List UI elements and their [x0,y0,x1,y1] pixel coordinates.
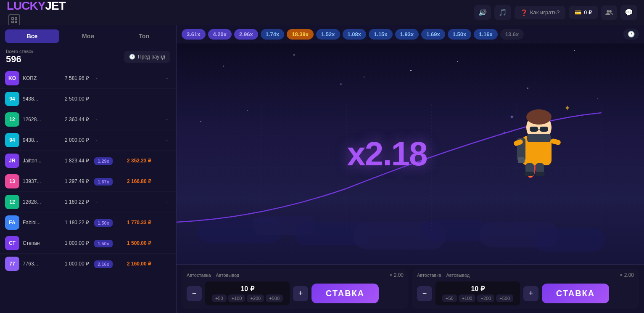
expand-icon[interactable] [8,14,20,26]
bet-dash: - [92,137,101,143]
bet-username: 12628... [23,117,52,122]
clock-icon: 🕐 [129,54,135,60]
history-chip[interactable]: 3.61x [182,29,206,40]
bottom-controls: Автоставка Автовывод × 2.00 − 10 ₽ +50+1… [177,264,644,313]
bet-amount: 1 180.22 ₽ [55,199,89,205]
plus-btn-2[interactable]: + [523,286,538,301]
auto-withdraw-1-label[interactable]: Автовывод [216,273,240,278]
history-chip[interactable]: 1.93x [395,29,419,40]
bet-username: KORZ [23,75,52,81]
bet-row: 777763...1 000.00 ₽2.16x2 160.00 ₽ [0,254,176,274]
bet-amount: 2 360.44 ₽ [55,117,89,122]
music-btn[interactable]: 🎵 [494,5,511,20]
bet-username: 9438... [23,96,52,102]
quick-bet-btn[interactable]: +100 [459,294,476,302]
tab-all[interactable]: Все [5,29,59,43]
minus-btn-1[interactable]: − [187,286,202,301]
bet-row: FAFabiol...1 180.22 ₽1.50x1 770.33 ₽ [0,212,176,233]
header-right: 🔊 🎵 ❓ Как играть? 💳 0 ₽ 💬 [474,5,637,20]
sound-btn[interactable]: 🔊 [474,5,491,20]
svg-point-5 [609,10,612,13]
bet-dash-right: - [163,75,171,81]
bet-username: 12628... [23,199,52,205]
bets-header: Всего ставок: 596 🕐 Пред раунд [0,47,176,68]
bet-winnings: 2 166.80 ₽ [118,178,151,184]
bet-row: 1212628...2 360.44 ₽-- [0,109,176,130]
how-to-play-btn[interactable]: ❓ Как играть? [515,6,565,19]
bet-row: 1212628...1 180.22 ₽-- [0,192,176,212]
bet-amount: 1 000.00 ₽ [55,261,89,267]
balance-btn[interactable]: 💳 0 ₽ [569,6,598,19]
history-chip[interactable]: 1.50x [448,29,472,40]
auto-withdraw-2-label[interactable]: Автовывод [446,273,470,278]
bet-winnings: 2 160.00 ₽ [118,261,151,267]
bet-username: 7763... [23,261,52,267]
avatar: KO [5,71,19,85]
quick-bet-btn[interactable]: +500 [496,294,513,302]
history-chip[interactable]: 1.08x [343,29,367,40]
svg-rect-1 [15,18,17,19]
history-chip[interactable]: 4.20x [208,29,232,40]
history-chip[interactable]: 13.6x [500,29,524,40]
quick-bets-1: +50+100+200+500 [212,294,283,302]
avatar: 77 [5,257,19,271]
avatar: 13 [5,174,19,188]
svg-rect-3 [15,21,17,23]
x-value-2: × 2.00 [620,272,634,278]
amount-value-2: 10 ₽ [442,285,513,293]
bet-amount: 1 297.49 ₽ [55,178,89,184]
bet-dash: - [92,199,101,205]
history-chip[interactable]: 1.69x [421,29,445,40]
plus-btn-1[interactable]: + [293,286,308,301]
bet-panel-2-bottom: − 10 ₽ +50+100+200+500 + СТАВКА [417,281,634,305]
users-icon-btn[interactable] [601,5,617,20]
svg-rect-19 [518,157,525,163]
quick-bet-btn[interactable]: +50 [212,294,227,302]
history-chip[interactable]: 18.39x [287,29,314,40]
svg-rect-27 [550,138,561,146]
quick-bet-btn[interactable]: +100 [228,294,245,302]
auto-stake-1-label[interactable]: Автоставка [187,273,211,278]
total-bets-section: Всего ставок: 596 [6,49,34,65]
history-chip[interactable]: 1.16x [474,29,498,40]
avatar: 12 [5,195,19,209]
main-layout: Все Мои Топ Всего ставок: 596 🕐 Пред рау… [0,25,644,313]
how-to-play-label: Как играть? [530,9,560,16]
bet-username: Степан [23,240,52,246]
bet-amount: 2 000.00 ₽ [55,137,89,143]
prev-round-btn[interactable]: 🕐 Пред раунд [124,51,170,63]
tab-top[interactable]: Топ [117,29,171,43]
stake-btn-2[interactable]: СТАВКА [542,284,609,303]
quick-bet-btn[interactable]: +200 [477,294,494,302]
chat-icon-btn[interactable]: 💬 [620,5,637,20]
game-canvas: x2.18 [177,43,644,264]
history-chip[interactable]: 2.96x [234,29,258,40]
bet-multiplier: 1.50x [92,219,114,226]
bet-multiplier: 1.29x [92,157,114,164]
history-chip[interactable]: 1.52x [316,29,340,40]
amount-value-1: 10 ₽ [212,285,283,293]
svg-point-4 [607,10,609,13]
history-chip[interactable]: 1.74x [261,29,285,40]
bet-row: JRJailton...1 823.44 ₽1.29x2 352.23 ₽ [0,151,176,171]
bet-multiplier: 1.50x [92,239,114,247]
tab-mine[interactable]: Мои [61,29,115,43]
history-bar: 3.61x4.20x2.96x1.74x18.39x1.52x1.08x1.15… [177,25,644,43]
bet-row: 949438...2 500.00 ₽-- [0,89,176,109]
bet-winnings: 1 770.33 ₽ [118,220,151,225]
quick-bet-btn[interactable]: +50 [442,294,457,302]
quick-bet-btn[interactable]: +500 [266,294,283,302]
bet-panel-2-top: Автоставка Автовывод × 2.00 [417,272,634,278]
minus-btn-2[interactable]: − [417,286,432,301]
bets-list: KOKORZ7 581.96 ₽--949438...2 500.00 ₽--1… [0,68,176,313]
auto-stake-2-label[interactable]: Автоставка [417,273,441,278]
svg-rect-25 [527,134,551,142]
history-clock-btn[interactable]: 🕐 [623,29,639,40]
bet-username: 9438... [23,137,52,143]
right-area: 3.61x4.20x2.96x1.74x18.39x1.52x1.08x1.15… [177,25,644,313]
bet-dash-right: - [163,117,171,122]
stake-btn-1[interactable]: СТАВКА [311,284,379,303]
quick-bet-btn[interactable]: +200 [247,294,264,302]
prev-round-label: Пред раунд [138,54,165,60]
history-chip[interactable]: 1.15x [369,29,393,40]
